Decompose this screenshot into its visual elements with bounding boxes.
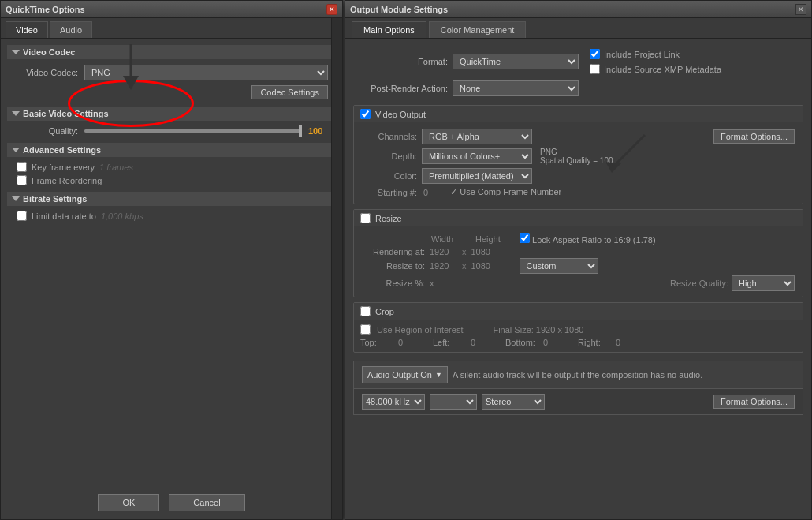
width-col-label: Width [431, 234, 471, 244]
audio-output-button[interactable]: Audio Output On ▼ [362, 366, 448, 383]
limit-data-checkbox[interactable] [17, 211, 27, 221]
starting-hash-label: Starting #: [362, 188, 417, 197]
bottom-val: 0 [543, 338, 559, 347]
crop-checkbox[interactable] [360, 306, 371, 316]
rendering-at-label: Rendering at: [362, 247, 425, 256]
basic-video-label: Basic Video Settings [23, 109, 109, 118]
bitrate-settings-section: Bitrate Settings Limit data rate to 1,00… [7, 192, 336, 223]
resize-checkbox[interactable] [360, 213, 371, 223]
audio-channel-select[interactable]: Stereo Mono 5.1 [482, 394, 545, 410]
crop-values-row: Top: 0 Left: 0 Bottom: 0 Right: 0 [360, 336, 796, 349]
video-codec-section: Video Codec Video Codec: PNG H.264 ProRe… [7, 45, 336, 102]
advanced-settings-header: Advanced Settings [7, 143, 336, 157]
png-note: PNG Spatial Quality = 100 [540, 148, 613, 165]
oms-tabs-bar: Main Options Color Management [345, 18, 811, 39]
video-codec-select[interactable]: PNG H.264 ProRes 4444 [84, 65, 328, 80]
collapse-triangle[interactable] [12, 50, 20, 54]
resize-body: Width Height Lock Aspect Ratio to 16:9 (… [354, 226, 803, 297]
video-output-header: Video Output [354, 106, 803, 122]
qt-tab-video[interactable]: Video [6, 21, 48, 38]
include-source-xmp-checkbox[interactable] [590, 64, 600, 74]
resize-pct-val: x [430, 279, 457, 288]
color-label: Color: [362, 171, 417, 181]
resize-quality-select[interactable]: High Low Medium [732, 275, 795, 291]
video-output-section: Video Output Channels: RGB + Alpha RGB A… [353, 105, 803, 204]
qt-title: QuickTime Options [6, 5, 85, 14]
frame-reordering-row: Frame Reordering [7, 174, 336, 187]
color-select[interactable]: Premultiplied (Matted) Straight (Unmatte… [422, 168, 532, 184]
frame-reordering-label: Frame Reordering [32, 176, 102, 185]
output-module-settings-dialog: Output Module Settings ✕ Main Options Co… [345, 0, 812, 520]
codec-settings-button[interactable]: Codec Settings [251, 85, 328, 99]
quality-slider-thumb[interactable] [299, 125, 302, 137]
resize-header: Resize [354, 210, 803, 226]
audio-output-bar: Audio Output On ▼ A silent audio track w… [353, 361, 803, 389]
video-codec-row: Video Codec: PNG H.264 ProRes 4444 [7, 62, 336, 83]
format-select[interactable]: QuickTime AVI PNG Sequence [453, 54, 579, 69]
video-codec-header: Video Codec [7, 45, 336, 59]
crop-roi-row: Use Region of Interest Final Size: 1920 … [360, 323, 796, 336]
collapse-triangle-2[interactable] [12, 111, 20, 116]
resize-to-h: 1080 [471, 261, 499, 271]
oms-body: Format: QuickTime AVI PNG Sequence Inclu… [345, 39, 811, 421]
resize-to-w: 1920 [430, 261, 457, 271]
video-output-checkbox[interactable] [360, 109, 371, 119]
resize-quality-label: Resize Quality: [670, 279, 728, 288]
audio-rate-select[interactable]: 48.000 kHz 44.100 kHz [362, 394, 425, 410]
quality-label: Quality: [15, 126, 78, 136]
oms-close-button[interactable]: ✕ [795, 4, 806, 15]
qt-tabs-bar: Video Audio [1, 18, 342, 39]
frame-reordering-checkbox[interactable] [17, 175, 27, 185]
audio-settings-row: 48.000 kHz 44.100 kHz Stereo Mono 5.1 Fo… [353, 389, 803, 415]
rendering-at-w: 1920 [430, 247, 457, 256]
qt-footer: OK Cancel [1, 494, 342, 511]
ok-button[interactable]: OK [98, 494, 159, 511]
quality-row: Quality: 100 [7, 124, 336, 138]
post-render-select[interactable]: None Import [453, 80, 579, 96]
quicktime-options-dialog: QuickTime Options ✕ Video Audio Video Co… [0, 0, 343, 520]
resize-label: Resize [375, 214, 402, 223]
rendering-at-h: 1080 [471, 247, 499, 256]
oms-titlebar: Output Module Settings ✕ [345, 1, 811, 18]
use-roi-label: Use Region of Interest [377, 325, 463, 335]
oms-tab-color[interactable]: Color Management [429, 21, 527, 38]
channels-select[interactable]: RGB + Alpha RGB Alpha [422, 129, 532, 144]
audio-dropdown-arrow: ▼ [435, 371, 442, 379]
right-label: Right: [578, 338, 609, 347]
quality-slider-track [84, 129, 302, 133]
limit-data-label: Limit data rate to [32, 211, 96, 221]
depth-select[interactable]: Millions of Colors+ Millions of Colors T… [422, 148, 532, 164]
advanced-settings-section: Advanced Settings Key frame every 1 fram… [7, 143, 336, 187]
video-output-body: Channels: RGB + Alpha RGB Alpha Format O… [354, 122, 803, 204]
height-col-label: Height [475, 234, 515, 244]
qt-close-button[interactable]: ✕ [326, 4, 337, 15]
oms-tab-main[interactable]: Main Options [352, 21, 426, 38]
crop-section: Crop Use Region of Interest Final Size: … [353, 302, 803, 353]
qt-scrollbar[interactable] [331, 18, 342, 519]
format-options-button[interactable]: Format Options... [713, 129, 795, 144]
use-roi-checkbox[interactable] [360, 324, 371, 335]
crop-header: Crop [354, 303, 803, 320]
cancel-button[interactable]: Cancel [169, 494, 244, 511]
quality-value: 100 [308, 126, 328, 136]
format-label: Format: [353, 57, 448, 66]
depth-row: Depth: Millions of Colors+ Millions of C… [362, 146, 795, 166]
resize-preset-select[interactable]: Custom 720p [520, 258, 598, 274]
crop-label: Crop [375, 307, 394, 316]
collapse-triangle-3[interactable] [12, 148, 20, 152]
video-output-label: Video Output [375, 110, 426, 119]
right-val: 0 [616, 338, 631, 347]
include-project-link-label: Include Project Link [604, 50, 680, 59]
lock-aspect-checkbox[interactable] [520, 233, 530, 243]
basic-video-header: Basic Video Settings [7, 107, 336, 121]
audio-format-options-button[interactable]: Format Options... [713, 395, 795, 409]
include-project-link-checkbox[interactable] [590, 49, 600, 59]
keyframe-checkbox[interactable] [17, 162, 27, 172]
lock-label: Lock Aspect Ratio to 16:9 (1.78) [520, 233, 656, 245]
bitrate-header: Bitrate Settings [7, 192, 336, 206]
bitrate-label: Bitrate Settings [23, 194, 87, 204]
qt-tab-audio[interactable]: Audio [50, 21, 92, 38]
collapse-triangle-4[interactable] [12, 196, 20, 201]
qt-body: Video Codec Video Codec: PNG H.264 ProRe… [1, 39, 342, 234]
audio-format-select[interactable] [430, 394, 477, 410]
